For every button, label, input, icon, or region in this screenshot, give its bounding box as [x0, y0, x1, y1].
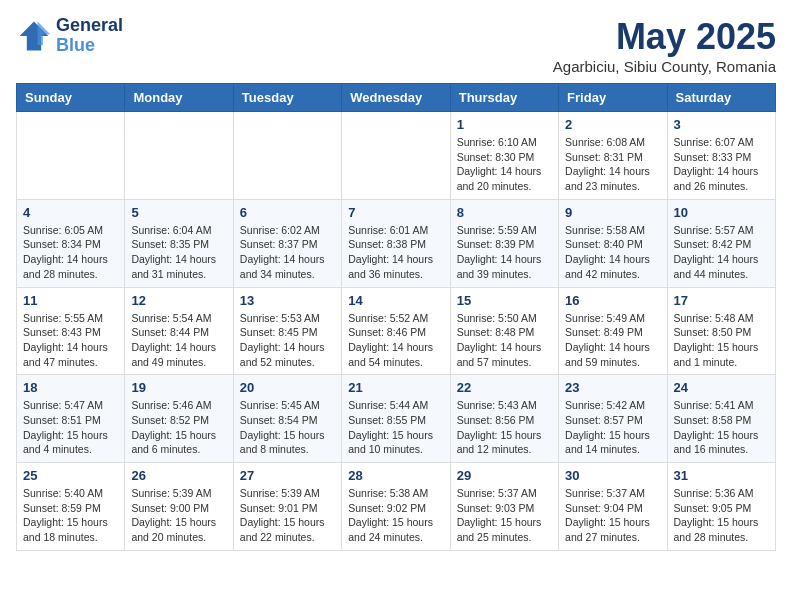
day-number: 3: [674, 117, 769, 132]
day-cell: 24Sunrise: 5:41 AM Sunset: 8:58 PM Dayli…: [667, 375, 775, 463]
day-info: Sunrise: 5:39 AM Sunset: 9:00 PM Dayligh…: [131, 486, 226, 545]
day-number: 20: [240, 380, 335, 395]
day-info: Sunrise: 5:58 AM Sunset: 8:40 PM Dayligh…: [565, 223, 660, 282]
svg-marker-1: [38, 21, 51, 44]
day-cell: 30Sunrise: 5:37 AM Sunset: 9:04 PM Dayli…: [559, 463, 667, 551]
day-cell: 13Sunrise: 5:53 AM Sunset: 8:45 PM Dayli…: [233, 287, 341, 375]
day-cell: 28Sunrise: 5:38 AM Sunset: 9:02 PM Dayli…: [342, 463, 450, 551]
day-number: 17: [674, 293, 769, 308]
day-cell: 26Sunrise: 5:39 AM Sunset: 9:00 PM Dayli…: [125, 463, 233, 551]
day-info: Sunrise: 5:59 AM Sunset: 8:39 PM Dayligh…: [457, 223, 552, 282]
month-title: May 2025: [553, 16, 776, 58]
day-cell: 17Sunrise: 5:48 AM Sunset: 8:50 PM Dayli…: [667, 287, 775, 375]
day-cell: [17, 112, 125, 200]
day-info: Sunrise: 5:46 AM Sunset: 8:52 PM Dayligh…: [131, 398, 226, 457]
day-info: Sunrise: 5:50 AM Sunset: 8:48 PM Dayligh…: [457, 311, 552, 370]
day-info: Sunrise: 5:48 AM Sunset: 8:50 PM Dayligh…: [674, 311, 769, 370]
day-number: 14: [348, 293, 443, 308]
day-info: Sunrise: 5:49 AM Sunset: 8:49 PM Dayligh…: [565, 311, 660, 370]
day-cell: 21Sunrise: 5:44 AM Sunset: 8:55 PM Dayli…: [342, 375, 450, 463]
day-number: 12: [131, 293, 226, 308]
day-cell: 8Sunrise: 5:59 AM Sunset: 8:39 PM Daylig…: [450, 199, 558, 287]
week-row-5: 25Sunrise: 5:40 AM Sunset: 8:59 PM Dayli…: [17, 463, 776, 551]
day-cell: 1Sunrise: 6:10 AM Sunset: 8:30 PM Daylig…: [450, 112, 558, 200]
day-cell: 6Sunrise: 6:02 AM Sunset: 8:37 PM Daylig…: [233, 199, 341, 287]
logo-icon: [16, 18, 52, 54]
page-header: General Blue May 2025 Agarbiciu, Sibiu C…: [16, 16, 776, 75]
svg-marker-0: [20, 21, 49, 50]
day-number: 29: [457, 468, 552, 483]
day-cell: 31Sunrise: 5:36 AM Sunset: 9:05 PM Dayli…: [667, 463, 775, 551]
day-number: 1: [457, 117, 552, 132]
day-cell: 11Sunrise: 5:55 AM Sunset: 8:43 PM Dayli…: [17, 287, 125, 375]
day-number: 19: [131, 380, 226, 395]
day-cell: 2Sunrise: 6:08 AM Sunset: 8:31 PM Daylig…: [559, 112, 667, 200]
day-info: Sunrise: 5:36 AM Sunset: 9:05 PM Dayligh…: [674, 486, 769, 545]
day-cell: 9Sunrise: 5:58 AM Sunset: 8:40 PM Daylig…: [559, 199, 667, 287]
week-row-3: 11Sunrise: 5:55 AM Sunset: 8:43 PM Dayli…: [17, 287, 776, 375]
day-info: Sunrise: 5:47 AM Sunset: 8:51 PM Dayligh…: [23, 398, 118, 457]
week-row-2: 4Sunrise: 6:05 AM Sunset: 8:34 PM Daylig…: [17, 199, 776, 287]
weekday-header-thursday: Thursday: [450, 84, 558, 112]
day-number: 30: [565, 468, 660, 483]
day-info: Sunrise: 6:10 AM Sunset: 8:30 PM Dayligh…: [457, 135, 552, 194]
day-number: 28: [348, 468, 443, 483]
day-cell: 22Sunrise: 5:43 AM Sunset: 8:56 PM Dayli…: [450, 375, 558, 463]
week-row-1: 1Sunrise: 6:10 AM Sunset: 8:30 PM Daylig…: [17, 112, 776, 200]
day-info: Sunrise: 5:38 AM Sunset: 9:02 PM Dayligh…: [348, 486, 443, 545]
weekday-header-monday: Monday: [125, 84, 233, 112]
day-info: Sunrise: 6:07 AM Sunset: 8:33 PM Dayligh…: [674, 135, 769, 194]
day-number: 23: [565, 380, 660, 395]
day-info: Sunrise: 6:05 AM Sunset: 8:34 PM Dayligh…: [23, 223, 118, 282]
day-info: Sunrise: 5:44 AM Sunset: 8:55 PM Dayligh…: [348, 398, 443, 457]
day-cell: [125, 112, 233, 200]
day-number: 24: [674, 380, 769, 395]
logo-general: General: [56, 16, 123, 36]
day-number: 25: [23, 468, 118, 483]
day-cell: 14Sunrise: 5:52 AM Sunset: 8:46 PM Dayli…: [342, 287, 450, 375]
logo-blue: Blue: [56, 36, 123, 56]
location: Agarbiciu, Sibiu County, Romania: [553, 58, 776, 75]
day-cell: 15Sunrise: 5:50 AM Sunset: 8:48 PM Dayli…: [450, 287, 558, 375]
day-number: 27: [240, 468, 335, 483]
day-number: 10: [674, 205, 769, 220]
day-info: Sunrise: 5:40 AM Sunset: 8:59 PM Dayligh…: [23, 486, 118, 545]
day-cell: 27Sunrise: 5:39 AM Sunset: 9:01 PM Dayli…: [233, 463, 341, 551]
day-cell: 12Sunrise: 5:54 AM Sunset: 8:44 PM Dayli…: [125, 287, 233, 375]
day-info: Sunrise: 5:53 AM Sunset: 8:45 PM Dayligh…: [240, 311, 335, 370]
day-number: 13: [240, 293, 335, 308]
day-cell: 4Sunrise: 6:05 AM Sunset: 8:34 PM Daylig…: [17, 199, 125, 287]
day-number: 6: [240, 205, 335, 220]
day-cell: 16Sunrise: 5:49 AM Sunset: 8:49 PM Dayli…: [559, 287, 667, 375]
day-number: 9: [565, 205, 660, 220]
day-info: Sunrise: 5:52 AM Sunset: 8:46 PM Dayligh…: [348, 311, 443, 370]
day-info: Sunrise: 6:01 AM Sunset: 8:38 PM Dayligh…: [348, 223, 443, 282]
title-block: May 2025 Agarbiciu, Sibiu County, Romani…: [553, 16, 776, 75]
day-cell: [342, 112, 450, 200]
day-info: Sunrise: 6:08 AM Sunset: 8:31 PM Dayligh…: [565, 135, 660, 194]
day-cell: 19Sunrise: 5:46 AM Sunset: 8:52 PM Dayli…: [125, 375, 233, 463]
day-info: Sunrise: 5:43 AM Sunset: 8:56 PM Dayligh…: [457, 398, 552, 457]
day-number: 31: [674, 468, 769, 483]
day-number: 11: [23, 293, 118, 308]
day-number: 8: [457, 205, 552, 220]
day-number: 18: [23, 380, 118, 395]
day-info: Sunrise: 5:41 AM Sunset: 8:58 PM Dayligh…: [674, 398, 769, 457]
day-info: Sunrise: 6:04 AM Sunset: 8:35 PM Dayligh…: [131, 223, 226, 282]
day-number: 16: [565, 293, 660, 308]
day-info: Sunrise: 5:57 AM Sunset: 8:42 PM Dayligh…: [674, 223, 769, 282]
day-cell: 7Sunrise: 6:01 AM Sunset: 8:38 PM Daylig…: [342, 199, 450, 287]
weekday-header-friday: Friday: [559, 84, 667, 112]
day-cell: 23Sunrise: 5:42 AM Sunset: 8:57 PM Dayli…: [559, 375, 667, 463]
day-cell: 10Sunrise: 5:57 AM Sunset: 8:42 PM Dayli…: [667, 199, 775, 287]
day-info: Sunrise: 5:37 AM Sunset: 9:04 PM Dayligh…: [565, 486, 660, 545]
day-cell: [233, 112, 341, 200]
day-number: 15: [457, 293, 552, 308]
day-info: Sunrise: 5:42 AM Sunset: 8:57 PM Dayligh…: [565, 398, 660, 457]
day-cell: 29Sunrise: 5:37 AM Sunset: 9:03 PM Dayli…: [450, 463, 558, 551]
weekday-header-wednesday: Wednesday: [342, 84, 450, 112]
day-number: 5: [131, 205, 226, 220]
day-cell: 25Sunrise: 5:40 AM Sunset: 8:59 PM Dayli…: [17, 463, 125, 551]
day-number: 21: [348, 380, 443, 395]
day-number: 7: [348, 205, 443, 220]
